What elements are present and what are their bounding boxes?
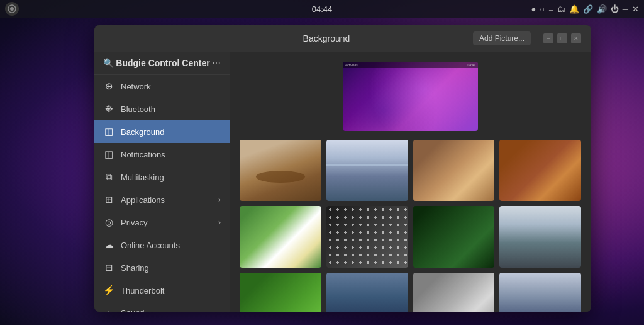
- search-icon[interactable]: 🔍: [103, 58, 114, 68]
- taskbar-volume-icon[interactable]: 🔊: [597, 4, 607, 14]
- sidebar-item-online-accounts[interactable]: ☁Online Accounts: [94, 234, 230, 256]
- sidebar-privacy-icon: ◎: [103, 217, 114, 228]
- wallpaper-thumbnail-driftwood[interactable]: [240, 140, 321, 201]
- sidebar-item-sharing[interactable]: ⊟Sharing: [94, 256, 230, 279]
- window-body: 🔍 Budgie Control Center ⋯ ⊕Network❉Bluet…: [94, 52, 591, 312]
- sidebar-item-bluetooth[interactable]: ❉Bluetooth: [94, 98, 230, 120]
- sidebar-item-sound[interactable]: ♪Sound: [94, 302, 230, 312]
- current-wallpaper-preview: Activities 04:44: [343, 62, 478, 131]
- wallpaper-thumbnail-wood[interactable]: [499, 140, 581, 201]
- sidebar-title: Budgie Control Center: [116, 58, 209, 68]
- taskbar-power-icon[interactable]: ⏻: [611, 4, 619, 14]
- window-controls: – □ ✕: [543, 33, 581, 43]
- sidebar-online-accounts-label: Online Accounts: [121, 241, 221, 250]
- wallpaper-thumbnail-coffee[interactable]: [413, 140, 495, 201]
- sidebar-header: 🔍 Budgie Control Center ⋯: [94, 52, 230, 75]
- sidebar-thunderbolt-label: Thunderbolt: [121, 286, 221, 295]
- wallpaper-thumbnail-dots[interactable]: [326, 206, 408, 267]
- svg-point-1: [10, 7, 14, 11]
- titlebar-actions: Add Picture... – □ ✕: [473, 31, 581, 45]
- taskbar-list-icon[interactable]: ≡: [548, 4, 553, 14]
- wallpaper-grid: [240, 140, 581, 312]
- preview-mini-taskbar: Activities 04:44: [343, 62, 478, 68]
- sidebar-item-notifications[interactable]: ◫Notifications: [94, 143, 230, 166]
- sidebar-privacy-label: Privacy: [121, 218, 212, 227]
- taskbar-left: [5, 2, 19, 16]
- preview-activities-label: Activities: [345, 63, 358, 67]
- sidebar-online-accounts-icon: ☁: [103, 239, 114, 251]
- sidebar-items-container: ⊕Network❉Bluetooth◫Background◫Notificati…: [94, 75, 230, 312]
- taskbar-close-icon[interactable]: ✕: [632, 4, 639, 14]
- wallpaper-thumbnail-green-leaf[interactable]: [240, 273, 321, 312]
- sidebar-applications-label: Applications: [121, 195, 212, 205]
- taskbar-clock: 04:44: [312, 4, 333, 14]
- wallpaper-thumbnail-dandelion[interactable]: [413, 273, 495, 312]
- taskbar-dot2-icon: ○: [540, 4, 545, 14]
- taskbar-link-icon[interactable]: 🔗: [583, 4, 593, 14]
- window-titlebar: Background Add Picture... – □ ✕: [94, 25, 591, 52]
- sidebar: 🔍 Budgie Control Center ⋯ ⊕Network❉Bluet…: [94, 52, 230, 312]
- sidebar-sound-label: Sound: [121, 308, 221, 312]
- sidebar-background-icon: ◫: [103, 126, 114, 137]
- sidebar-network-label: Network: [121, 82, 221, 91]
- app-menu-icon[interactable]: [5, 2, 19, 16]
- control-center-window: Background Add Picture... – □ ✕ 🔍 Budgie…: [94, 25, 591, 312]
- preview-wallpaper: [343, 62, 478, 131]
- main-content: Activities 04:44: [230, 52, 591, 312]
- sidebar-item-multitasking[interactable]: ⧉Multitasking: [94, 166, 230, 188]
- sidebar-sound-icon: ♪: [103, 307, 114, 312]
- sidebar-applications-arrow-icon: ›: [218, 195, 221, 204]
- sidebar-privacy-arrow-icon: ›: [218, 218, 221, 227]
- close-button[interactable]: ✕: [571, 33, 581, 43]
- sidebar-sharing-icon: ⊟: [103, 262, 114, 273]
- add-picture-button[interactable]: Add Picture...: [473, 31, 531, 45]
- sidebar-network-icon: ⊕: [103, 81, 114, 92]
- sidebar-multitasking-label: Multitasking: [121, 173, 221, 182]
- sidebar-background-label: Background: [121, 127, 221, 137]
- minimize-button[interactable]: –: [543, 33, 553, 43]
- wallpaper-thumbnail-sea[interactable]: [326, 140, 408, 201]
- taskbar-dot1-icon: ●: [531, 4, 536, 14]
- wallpaper-thumbnail-ferns[interactable]: [413, 206, 495, 267]
- sidebar-item-privacy[interactable]: ◎Privacy›: [94, 211, 230, 234]
- sidebar-item-network[interactable]: ⊕Network: [94, 75, 230, 98]
- sidebar-thunderbolt-icon: ⚡: [103, 285, 114, 296]
- sidebar-notifications-icon: ◫: [103, 149, 114, 160]
- wallpaper-thumbnail-daisies[interactable]: [240, 206, 321, 267]
- taskbar-minimize-icon[interactable]: ─: [623, 4, 628, 14]
- taskbar: 04:44 ● ○ ≡ 🗂 🔔 🔗 🔊 ⏻ ─ ✕: [0, 0, 644, 18]
- sidebar-item-applications[interactable]: ⊞Applications›: [94, 188, 230, 211]
- wallpaper-thumbnail-windmill[interactable]: [326, 273, 408, 312]
- taskbar-right: ● ○ ≡ 🗂 🔔 🔗 🔊 ⏻ ─ ✕: [531, 4, 639, 14]
- sidebar-item-background[interactable]: ◫Background: [94, 120, 230, 143]
- maximize-button[interactable]: □: [557, 33, 567, 43]
- preview-mini-time: 04:44: [467, 63, 475, 67]
- sidebar-menu-icon[interactable]: ⋯: [212, 58, 221, 68]
- taskbar-bell-icon[interactable]: 🔔: [569, 4, 579, 14]
- sidebar-sharing-label: Sharing: [121, 263, 221, 273]
- sidebar-notifications-label: Notifications: [121, 150, 221, 159]
- preview-container: Activities 04:44: [240, 62, 581, 131]
- sidebar-applications-icon: ⊞: [103, 194, 114, 205]
- wallpaper-thumbnail-mountains[interactable]: [499, 273, 581, 312]
- wallpaper-thumbnail-forest-mist[interactable]: [499, 206, 581, 267]
- window-title: Background: [180, 33, 473, 43]
- sidebar-item-thunderbolt[interactable]: ⚡Thunderbolt: [94, 279, 230, 302]
- taskbar-folder-icon[interactable]: 🗂: [557, 4, 565, 14]
- sidebar-bluetooth-label: Bluetooth: [121, 105, 221, 114]
- sidebar-bluetooth-icon: ❉: [103, 103, 114, 115]
- sidebar-multitasking-icon: ⧉: [103, 171, 114, 183]
